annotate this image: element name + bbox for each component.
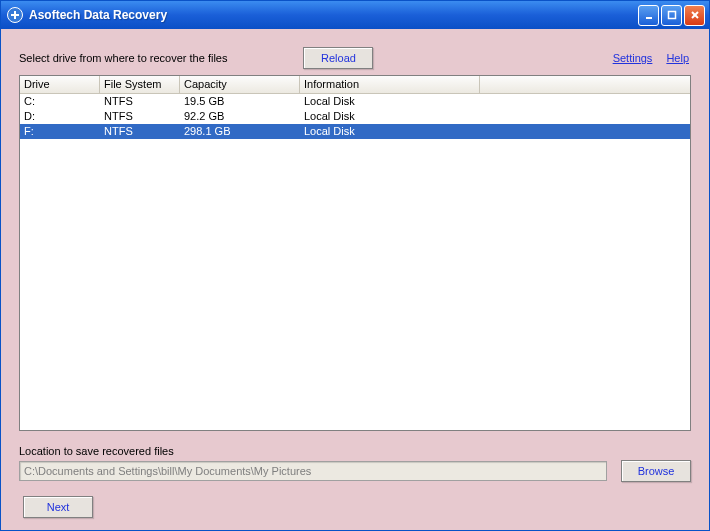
next-row: Next <box>19 496 691 518</box>
svg-rect-3 <box>668 12 675 19</box>
drive-list-body: C:NTFS19.5 GBLocal DiskD:NTFS92.2 GBLoca… <box>20 94 690 139</box>
window-title: Asoftech Data Recovery <box>29 8 638 22</box>
titlebar: Asoftech Data Recovery <box>1 1 709 29</box>
minimize-button[interactable] <box>638 5 659 26</box>
cell-capacity: 298.1 GB <box>180 124 300 139</box>
maximize-button[interactable] <box>661 5 682 26</box>
col-header-drive[interactable]: Drive <box>20 76 100 93</box>
cell-capacity: 19.5 GB <box>180 94 300 109</box>
window-controls <box>638 5 705 26</box>
drive-row[interactable]: D:NTFS92.2 GBLocal Disk <box>20 109 690 124</box>
cell-information: Local Disk <box>300 124 480 139</box>
help-link[interactable]: Help <box>666 52 689 64</box>
reload-button[interactable]: Reload <box>303 47 373 69</box>
cell-information: Local Disk <box>300 109 480 124</box>
settings-link[interactable]: Settings <box>613 52 653 64</box>
cell-drive: F: <box>20 124 100 139</box>
top-links: Settings Help <box>613 52 691 64</box>
prompt-label: Select drive from where to recover the f… <box>19 52 227 64</box>
cell-filesystem: NTFS <box>100 109 180 124</box>
col-header-spacer <box>480 76 690 93</box>
content-area: Select drive from where to recover the f… <box>1 29 709 530</box>
cell-filesystem: NTFS <box>100 94 180 109</box>
location-input[interactable] <box>19 461 607 481</box>
next-button[interactable]: Next <box>23 496 93 518</box>
bottom-area: Location to save recovered files Browse … <box>19 445 691 518</box>
app-icon <box>7 7 23 23</box>
cell-filesystem: NTFS <box>100 124 180 139</box>
drive-list-header: Drive File System Capacity Information <box>20 76 690 94</box>
drive-row[interactable]: F:NTFS298.1 GBLocal Disk <box>20 124 690 139</box>
location-row: Browse <box>19 460 691 482</box>
cell-drive: C: <box>20 94 100 109</box>
col-header-capacity[interactable]: Capacity <box>180 76 300 93</box>
drive-list[interactable]: Drive File System Capacity Information C… <box>19 75 691 431</box>
cell-capacity: 92.2 GB <box>180 109 300 124</box>
app-window: Asoftech Data Recovery Select drive from… <box>0 0 710 531</box>
col-header-filesystem[interactable]: File System <box>100 76 180 93</box>
cell-drive: D: <box>20 109 100 124</box>
col-header-information[interactable]: Information <box>300 76 480 93</box>
location-label: Location to save recovered files <box>19 445 691 457</box>
browse-button[interactable]: Browse <box>621 460 691 482</box>
top-row: Select drive from where to recover the f… <box>19 47 691 69</box>
cell-information: Local Disk <box>300 94 480 109</box>
drive-row[interactable]: C:NTFS19.5 GBLocal Disk <box>20 94 690 109</box>
close-button[interactable] <box>684 5 705 26</box>
